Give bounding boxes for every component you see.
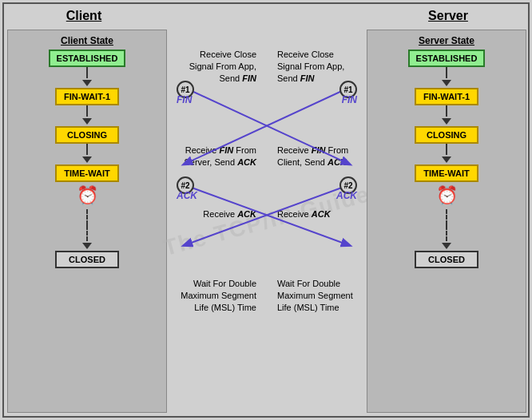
server-clock: ⏰	[436, 185, 458, 206]
server-state-closed: CLOSED	[415, 251, 478, 268]
server-desc-timewait: Wait For DoubleMaximum SegmentLife (MSL)…	[277, 278, 373, 314]
left-panel: Client State ESTABLISHED FIN-WAIT-1 CLOS…	[7, 30, 167, 413]
fin1-label-server: FIN	[342, 94, 357, 105]
client-state-label: Client State	[61, 35, 113, 46]
vc-dashed-server	[442, 209, 451, 251]
server-state-timewait: TIME-WAIT	[415, 164, 478, 182]
server-title: Server	[428, 9, 468, 22]
client-desc-closing: Receive ACK	[161, 208, 256, 220]
client-clock: ⏰	[77, 185, 98, 206]
vc3	[82, 144, 92, 164]
client-state-timewait: TIME-WAIT	[55, 164, 119, 182]
ack2-label-server: ACK	[336, 190, 357, 201]
arrows-svg	[169, 26, 365, 416]
svc3	[442, 144, 451, 164]
server-state-closing: CLOSING	[415, 126, 478, 144]
server-desc-established: Receive CloseSignal From App,Send FIN	[277, 49, 373, 85]
client-state-closed: CLOSED	[55, 251, 119, 268]
client-desc-established: Receive CloseSignal From App,Send FIN	[161, 49, 256, 85]
ack2-label-client: ACK	[177, 190, 197, 201]
svc2	[442, 105, 451, 126]
svc1	[442, 67, 451, 88]
fin1-label-client: FIN	[177, 94, 192, 105]
client-title: Client	[66, 9, 101, 22]
client-state-established: ESTABLISHED	[49, 50, 126, 67]
server-state-label: Server State	[419, 35, 474, 46]
client-desc-finwait: Receive FIN FromServer, Send ACK	[161, 145, 256, 168]
client-state-finwait1: FIN-WAIT-1	[55, 88, 119, 105]
middle-area: The TCP/IP Guide Receive CloseSignal Fro…	[169, 26, 365, 416]
top-headers: Client Server	[4, 4, 528, 26]
client-state-closing: CLOSING	[55, 126, 119, 144]
main-container: Client Server Client State ESTABLISHED F…	[2, 2, 530, 418]
client-desc-timewait: Wait For DoubleMaximum SegmentLife (MSL)…	[161, 278, 256, 314]
server-state-finwait1: FIN-WAIT-1	[415, 88, 478, 105]
server-desc-closing: Receive ACK	[277, 208, 373, 220]
vc1	[82, 67, 92, 88]
server-state-established: ESTABLISHED	[408, 50, 486, 67]
content-area: Client State ESTABLISHED FIN-WAIT-1 CLOS…	[4, 26, 528, 416]
vc-dashed-client	[82, 209, 92, 251]
right-panel: Server State ESTABLISHED FIN-WAIT-1 CLOS…	[367, 30, 526, 413]
server-desc-finwait: Receive FIN FromClient, Send ACK	[277, 145, 373, 168]
vc2	[82, 105, 92, 126]
